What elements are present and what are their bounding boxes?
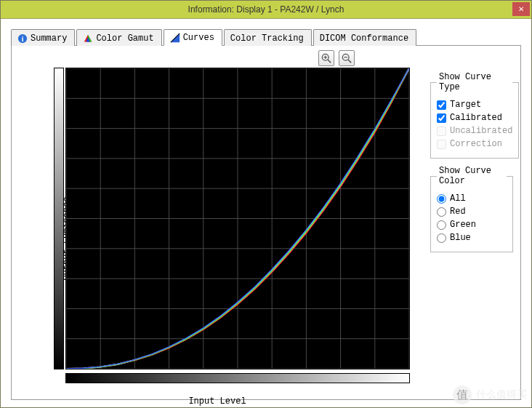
zoom-in-icon [321,53,331,63]
group-legend: Show Curve Color [437,166,507,186]
tabstrip: i Summary Color Gamut Curves Color Track… [11,28,521,46]
y-axis-gradient [54,68,64,369]
svg-text:i: i [22,34,24,42]
checkbox-calibrated[interactable]: Calibrated [437,113,512,123]
checkbox-target[interactable]: Target [437,100,512,110]
checkbox-label: Calibrated [450,113,502,123]
side-panel: Show Curve Type Target Calibrated Uncali… [430,72,513,260]
radio-label: Blue [450,233,471,243]
group-curve-color: Show Curve Color All Red Green Blue [430,166,513,252]
group-curve-type: Show Curve Type Target Calibrated Uncali… [430,72,519,159]
radio-green[interactable]: Green [437,220,507,230]
checkbox-correction: Correction [437,139,512,149]
zoom-out-icon [342,53,352,63]
radio-input[interactable] [437,233,446,243]
window: Information: Display 1 - PA242W / Lynch … [0,0,532,408]
tab-color-tracking[interactable]: Color Tracking [224,29,312,46]
plot-svg [66,68,409,369]
radio-label: All [450,193,466,204]
zoom-toolbar [318,50,355,66]
plot-canvas[interactable] [65,68,410,369]
gamut-icon [83,33,93,44]
radio-input[interactable] [437,194,446,204]
radio-label: Red [450,207,466,217]
content-area: i Summary Color Gamut Curves Color Track… [1,19,531,407]
radio-blue[interactable]: Blue [437,233,507,243]
checkbox-label: Correction [450,139,502,149]
checkbox-input [437,140,446,149]
tab-panel-curves: Output Luminance Input Level Show Curve … [11,46,521,400]
x-axis-gradient [65,373,410,383]
curves-icon [170,33,180,43]
zoom-in-button[interactable] [318,50,334,66]
checkbox-input [437,127,446,136]
tab-curves[interactable]: Curves [164,29,222,46]
tab-label: Curves [183,33,214,43]
titlebar: Information: Display 1 - PA242W / Lynch … [1,1,531,19]
tab-summary[interactable]: i Summary [11,29,75,46]
chart-area: Output Luminance Input Level [17,68,417,408]
tab-label: Color Tracking [230,33,304,44]
svg-line-7 [328,60,331,63]
zoom-out-button[interactable] [339,50,355,66]
tab-label: DICOM Conformance [320,33,408,44]
x-axis-label: Input Level [188,396,246,407]
svg-line-11 [348,60,351,63]
checkbox-input[interactable] [437,100,446,110]
radio-input[interactable] [437,207,446,217]
tab-label: Summary [31,33,67,44]
tab-dicom-conformance[interactable]: DICOM Conformance [313,29,416,46]
tab-color-gamut[interactable]: Color Gamut [76,29,161,46]
radio-all[interactable]: All [437,193,507,204]
tab-label: Color Gamut [96,33,153,44]
checkbox-input[interactable] [437,113,446,123]
checkbox-label: Target [450,100,481,110]
plot-frame [54,68,410,388]
radio-input[interactable] [437,220,446,230]
window-title: Information: Display 1 - PA242W / Lynch [188,4,344,15]
checkbox-uncalibrated: Uncalibrated [437,126,512,136]
info-icon: i [17,33,28,44]
radio-label: Green [450,220,476,230]
group-legend: Show Curve Type [437,72,512,92]
checkbox-label: Uncalibrated [450,126,512,136]
radio-red[interactable]: Red [437,207,507,217]
close-button[interactable]: ✕ [512,2,530,16]
